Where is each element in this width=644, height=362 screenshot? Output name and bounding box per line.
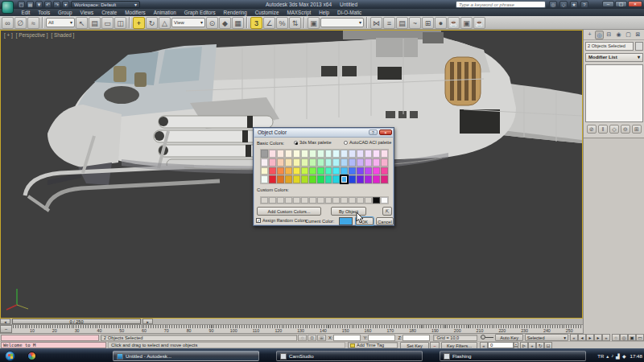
reference-coordinate-dropdown[interactable]: View▾ bbox=[171, 18, 205, 27]
communication-center-icon[interactable]: ◇ bbox=[559, 1, 568, 8]
tab-motion[interactable]: ◉ bbox=[614, 31, 623, 39]
selection-filter-dropdown[interactable]: All▾ bbox=[46, 18, 75, 27]
dialog-close-button[interactable]: × bbox=[379, 130, 392, 135]
select-and-link-icon[interactable]: ∞ bbox=[2, 17, 14, 29]
custom-color-cell[interactable] bbox=[285, 197, 292, 204]
palette-color-cell[interactable] bbox=[293, 150, 300, 158]
palette-color-cell[interactable] bbox=[269, 158, 276, 167]
menu-di-o-matic[interactable]: Di-O-Matic bbox=[334, 9, 365, 16]
custom-color-cell[interactable] bbox=[301, 197, 308, 204]
auto-key-button[interactable]: Auto Key bbox=[495, 334, 522, 341]
unlink-selection-icon[interactable]: ∅ bbox=[14, 17, 27, 29]
zoom-icon[interactable]: ○ bbox=[612, 334, 620, 341]
palette-color-cell[interactable] bbox=[381, 175, 388, 183]
mini-curve-editor-icon[interactable]: ~ bbox=[0, 325, 12, 333]
workspace-menu-icon[interactable]: ▾ bbox=[62, 1, 69, 8]
make-unique-icon[interactable]: ◇ bbox=[609, 125, 619, 134]
menu-customize[interactable]: Customize bbox=[251, 9, 283, 16]
palette-color-cell[interactable] bbox=[293, 175, 300, 183]
palette-color-cell[interactable] bbox=[285, 158, 292, 167]
zoom-extents-icon[interactable]: ▣ bbox=[628, 334, 636, 341]
mirror-icon[interactable]: ⋈ bbox=[370, 17, 382, 29]
palette-color-cell[interactable] bbox=[301, 175, 308, 183]
palette-color-cell[interactable] bbox=[301, 158, 308, 167]
menu-graph-editors[interactable]: Graph Editors bbox=[180, 9, 219, 16]
palette-color-cell[interactable] bbox=[365, 175, 372, 183]
rendered-frame-icon[interactable]: ▣ bbox=[460, 17, 473, 29]
palette-color-cell[interactable] bbox=[373, 167, 380, 175]
taskbar-button-camstudio[interactable]: CamStudio bbox=[276, 351, 423, 361]
palette-color-cell[interactable] bbox=[317, 167, 324, 175]
tab-create[interactable]: + bbox=[585, 31, 594, 39]
select-and-scale-icon[interactable]: △ bbox=[159, 17, 171, 29]
object-name-field[interactable]: 2 Objects Selected bbox=[585, 42, 634, 51]
new-file-icon[interactable]: ▢ bbox=[18, 1, 25, 8]
palette-color-cell[interactable] bbox=[357, 158, 364, 167]
save-file-icon[interactable]: ▼ bbox=[35, 1, 43, 8]
search-go-icon[interactable]: ◎ bbox=[549, 1, 557, 8]
maximize-button[interactable]: ▢ bbox=[615, 1, 627, 7]
track-bar[interactable]: ~ 10203040506070809010011012013014015016… bbox=[0, 325, 583, 334]
window-crossing-icon[interactable]: ◫ bbox=[114, 17, 126, 29]
edit-named-selections-icon[interactable]: ▣ bbox=[308, 17, 320, 29]
palette-color-cell[interactable] bbox=[309, 150, 316, 158]
redo-icon[interactable]: ↷ bbox=[53, 1, 60, 8]
palette-color-cell[interactable] bbox=[341, 175, 348, 183]
palette-color-cell[interactable] bbox=[341, 158, 348, 167]
material-editor-icon[interactable]: ● bbox=[435, 17, 447, 29]
select-and-move-icon[interactable]: + bbox=[133, 17, 145, 29]
palette-color-cell[interactable] bbox=[293, 167, 300, 175]
palette-color-cell[interactable] bbox=[269, 150, 276, 158]
palette-color-cell[interactable] bbox=[309, 167, 316, 175]
curve-editor-icon[interactable]: ~ bbox=[409, 17, 421, 29]
select-and-manipulate-icon[interactable]: ◆ bbox=[219, 17, 231, 29]
modifier-list-dropdown[interactable]: Modifier List▾ bbox=[585, 53, 643, 62]
palette-color-cell[interactable] bbox=[317, 150, 324, 158]
menu-views[interactable]: Views bbox=[76, 9, 97, 16]
object-color-swatch[interactable] bbox=[635, 42, 643, 51]
isolate-toggle-icon[interactable]: ○ bbox=[298, 335, 307, 341]
palette-color-cell[interactable] bbox=[317, 158, 324, 167]
palette-color-cell[interactable] bbox=[277, 167, 284, 175]
palette-color-cell[interactable] bbox=[309, 175, 316, 183]
minimize-button[interactable]: – bbox=[602, 1, 614, 7]
palette-color-cell[interactable] bbox=[325, 167, 332, 175]
palette-color-cell[interactable] bbox=[325, 150, 332, 158]
current-frame-field[interactable]: 0 bbox=[488, 342, 514, 348]
remove-modifier-icon[interactable]: ⊖ bbox=[621, 125, 630, 134]
absolute-mode-icon[interactable]: ⊞ bbox=[317, 335, 326, 341]
3dsmax-logo[interactable] bbox=[2, 1, 14, 14]
palette-color-cell[interactable] bbox=[309, 158, 316, 167]
tab-modify[interactable]: ◎ bbox=[595, 31, 604, 39]
menu-rendering[interactable]: Rendering bbox=[220, 9, 250, 16]
palette-color-cell[interactable] bbox=[325, 175, 332, 183]
tab-hierarchy[interactable]: ⊟ bbox=[605, 31, 613, 39]
add-time-tag[interactable]: Add Time Tag bbox=[348, 342, 398, 348]
custom-color-cell[interactable] bbox=[341, 197, 348, 204]
search-input[interactable] bbox=[456, 2, 545, 8]
angle-snap-icon[interactable]: ∠ bbox=[263, 17, 275, 29]
menu-help[interactable]: Help bbox=[316, 9, 333, 16]
browser-icon[interactable] bbox=[27, 352, 36, 360]
menu-edit[interactable]: Edit bbox=[18, 9, 34, 16]
undo-icon[interactable]: ↶ bbox=[44, 1, 52, 8]
keyboard-override-icon[interactable]: ▦ bbox=[232, 17, 244, 29]
custom-color-cell[interactable] bbox=[349, 197, 356, 204]
volume-icon[interactable]: ♪ bbox=[611, 353, 613, 359]
custom-color-cell[interactable] bbox=[373, 197, 380, 204]
menu-animation[interactable]: Animation bbox=[150, 9, 180, 16]
palette-color-cell[interactable] bbox=[261, 158, 268, 167]
palette-color-cell[interactable] bbox=[349, 175, 356, 183]
palette-color-cell[interactable] bbox=[381, 158, 388, 167]
menu-maxscript[interactable]: MAXScript bbox=[283, 9, 315, 16]
palette-color-cell[interactable] bbox=[357, 167, 364, 175]
tray-app-icon[interactable]: ◆ bbox=[622, 353, 626, 359]
palette-color-cell[interactable] bbox=[373, 175, 380, 183]
palette-color-cell[interactable] bbox=[261, 150, 268, 158]
palette-color-cell[interactable] bbox=[277, 158, 284, 167]
palette-color-cell[interactable] bbox=[301, 167, 308, 175]
menu-create[interactable]: Create bbox=[98, 9, 121, 16]
custom-color-cell[interactable] bbox=[277, 197, 284, 204]
palette-color-cell[interactable] bbox=[317, 175, 324, 183]
assign-random-colors-checkbox[interactable]: ✓ Assign Random Colors bbox=[256, 218, 307, 223]
